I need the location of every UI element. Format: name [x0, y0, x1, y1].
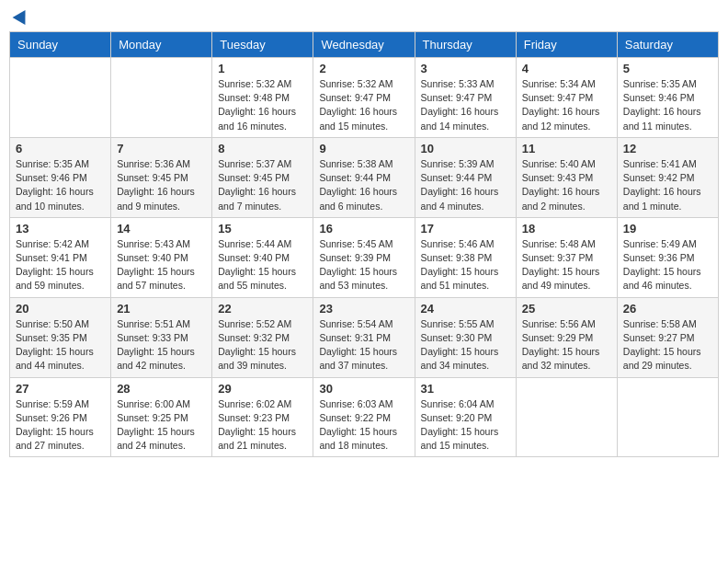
day-number: 24: [421, 302, 510, 316]
calendar-cell: 14Sunrise: 5:43 AM Sunset: 9:40 PM Dayli…: [111, 217, 212, 297]
calendar-cell: [617, 377, 718, 457]
day-info: Sunrise: 5:59 AM Sunset: 9:26 PM Dayligh…: [16, 397, 105, 454]
day-number: 9: [319, 142, 408, 155]
calendar-table: SundayMondayTuesdayWednesdayThursdayFrid…: [9, 31, 719, 457]
day-number: 16: [319, 222, 408, 236]
day-info: Sunrise: 6:00 AM Sunset: 9:25 PM Dayligh…: [117, 397, 206, 454]
calendar-cell: 25Sunrise: 5:56 AM Sunset: 9:29 PM Dayli…: [516, 297, 617, 377]
column-header-thursday: Thursday: [415, 32, 516, 58]
calendar-cell: 4Sunrise: 5:34 AM Sunset: 9:47 PM Daylig…: [516, 58, 617, 138]
calendar-cell: [10, 58, 111, 138]
calendar-cell: 9Sunrise: 5:38 AM Sunset: 9:44 PM Daylig…: [313, 137, 415, 217]
day-info: Sunrise: 5:49 AM Sunset: 9:36 PM Dayligh…: [623, 237, 712, 293]
day-info: Sunrise: 5:54 AM Sunset: 9:31 PM Dayligh…: [319, 317, 408, 373]
column-header-sunday: Sunday: [10, 32, 111, 58]
day-number: 10: [421, 142, 510, 155]
calendar-week-row: 6Sunrise: 5:35 AM Sunset: 9:46 PM Daylig…: [10, 137, 719, 217]
calendar-cell: 20Sunrise: 5:50 AM Sunset: 9:35 PM Dayli…: [10, 297, 111, 377]
day-number: 3: [421, 62, 510, 75]
calendar-cell: 30Sunrise: 6:03 AM Sunset: 9:22 PM Dayli…: [313, 377, 415, 457]
calendar-cell: 19Sunrise: 5:49 AM Sunset: 9:36 PM Dayli…: [617, 217, 718, 297]
calendar-cell: 27Sunrise: 5:59 AM Sunset: 9:26 PM Dayli…: [10, 377, 111, 457]
calendar-cell: 13Sunrise: 5:42 AM Sunset: 9:41 PM Dayli…: [10, 217, 111, 297]
day-number: 13: [16, 222, 105, 236]
day-number: 23: [319, 302, 408, 316]
column-header-wednesday: Wednesday: [313, 32, 415, 58]
day-info: Sunrise: 5:58 AM Sunset: 9:27 PM Dayligh…: [623, 317, 712, 373]
day-number: 2: [319, 62, 408, 75]
column-header-tuesday: Tuesday: [212, 32, 313, 58]
calendar-cell: 2Sunrise: 5:32 AM Sunset: 9:47 PM Daylig…: [313, 58, 415, 138]
day-number: 15: [218, 222, 307, 236]
day-number: 26: [623, 302, 712, 316]
day-number: 30: [319, 382, 408, 396]
day-info: Sunrise: 5:36 AM Sunset: 9:45 PM Dayligh…: [117, 157, 206, 213]
day-info: Sunrise: 5:55 AM Sunset: 9:30 PM Dayligh…: [421, 317, 510, 373]
day-number: 20: [16, 302, 105, 316]
calendar-cell: 12Sunrise: 5:41 AM Sunset: 9:42 PM Dayli…: [617, 137, 718, 217]
calendar-cell: 8Sunrise: 5:37 AM Sunset: 9:45 PM Daylig…: [212, 137, 313, 217]
day-number: 18: [522, 222, 611, 236]
column-header-monday: Monday: [111, 32, 212, 58]
calendar-cell: 3Sunrise: 5:33 AM Sunset: 9:47 PM Daylig…: [415, 58, 516, 138]
logo-triangle-icon: [13, 6, 32, 25]
calendar-cell: 5Sunrise: 5:35 AM Sunset: 9:46 PM Daylig…: [617, 58, 718, 138]
column-header-saturday: Saturday: [617, 32, 718, 58]
day-info: Sunrise: 6:04 AM Sunset: 9:20 PM Dayligh…: [421, 397, 510, 454]
day-number: 5: [623, 62, 712, 75]
day-info: Sunrise: 5:41 AM Sunset: 9:42 PM Dayligh…: [623, 157, 712, 213]
page-header: [9, 9, 719, 24]
day-number: 12: [623, 142, 712, 155]
calendar-cell: 24Sunrise: 5:55 AM Sunset: 9:30 PM Dayli…: [415, 297, 516, 377]
column-header-friday: Friday: [516, 32, 617, 58]
calendar-cell: 15Sunrise: 5:44 AM Sunset: 9:40 PM Dayli…: [212, 217, 313, 297]
day-number: 1: [218, 62, 307, 75]
day-number: 21: [117, 302, 206, 316]
calendar-cell: 11Sunrise: 5:40 AM Sunset: 9:43 PM Dayli…: [516, 137, 617, 217]
day-info: Sunrise: 5:32 AM Sunset: 9:48 PM Dayligh…: [218, 77, 307, 133]
calendar-cell: 23Sunrise: 5:54 AM Sunset: 9:31 PM Dayli…: [313, 297, 415, 377]
day-number: 4: [522, 62, 611, 75]
calendar-cell: 17Sunrise: 5:46 AM Sunset: 9:38 PM Dayli…: [415, 217, 516, 297]
calendar-cell: 26Sunrise: 5:58 AM Sunset: 9:27 PM Dayli…: [617, 297, 718, 377]
day-info: Sunrise: 5:45 AM Sunset: 9:39 PM Dayligh…: [319, 237, 408, 293]
day-info: Sunrise: 5:44 AM Sunset: 9:40 PM Dayligh…: [218, 237, 307, 293]
day-number: 28: [117, 382, 206, 396]
day-info: Sunrise: 6:02 AM Sunset: 9:23 PM Dayligh…: [218, 397, 307, 454]
calendar-cell: [516, 377, 617, 457]
day-number: 7: [117, 142, 206, 155]
calendar-cell: 1Sunrise: 5:32 AM Sunset: 9:48 PM Daylig…: [212, 58, 313, 138]
calendar-week-row: 20Sunrise: 5:50 AM Sunset: 9:35 PM Dayli…: [10, 297, 719, 377]
day-number: 8: [218, 142, 307, 155]
calendar-week-row: 13Sunrise: 5:42 AM Sunset: 9:41 PM Dayli…: [10, 217, 719, 297]
day-number: 29: [218, 382, 307, 396]
calendar-cell: 22Sunrise: 5:52 AM Sunset: 9:32 PM Dayli…: [212, 297, 313, 377]
day-info: Sunrise: 5:48 AM Sunset: 9:37 PM Dayligh…: [522, 237, 611, 293]
day-info: Sunrise: 5:37 AM Sunset: 9:45 PM Dayligh…: [218, 157, 307, 213]
calendar-cell: 7Sunrise: 5:36 AM Sunset: 9:45 PM Daylig…: [111, 137, 212, 217]
day-info: Sunrise: 5:38 AM Sunset: 9:44 PM Dayligh…: [319, 157, 408, 213]
day-info: Sunrise: 5:42 AM Sunset: 9:41 PM Dayligh…: [16, 237, 105, 293]
calendar-cell: 21Sunrise: 5:51 AM Sunset: 9:33 PM Dayli…: [111, 297, 212, 377]
calendar-cell: 6Sunrise: 5:35 AM Sunset: 9:46 PM Daylig…: [10, 137, 111, 217]
calendar-cell: [111, 58, 212, 138]
day-info: Sunrise: 5:52 AM Sunset: 9:32 PM Dayligh…: [218, 317, 307, 373]
day-info: Sunrise: 5:56 AM Sunset: 9:29 PM Dayligh…: [522, 317, 611, 373]
day-info: Sunrise: 5:35 AM Sunset: 9:46 PM Dayligh…: [16, 157, 105, 213]
calendar-cell: 16Sunrise: 5:45 AM Sunset: 9:39 PM Dayli…: [313, 217, 415, 297]
logo: [13, 9, 29, 24]
calendar-week-row: 1Sunrise: 5:32 AM Sunset: 9:48 PM Daylig…: [10, 58, 719, 138]
day-info: Sunrise: 6:03 AM Sunset: 9:22 PM Dayligh…: [319, 397, 408, 454]
calendar-cell: 18Sunrise: 5:48 AM Sunset: 9:37 PM Dayli…: [516, 217, 617, 297]
day-info: Sunrise: 5:50 AM Sunset: 9:35 PM Dayligh…: [16, 317, 105, 373]
day-info: Sunrise: 5:39 AM Sunset: 9:44 PM Dayligh…: [421, 157, 510, 213]
day-info: Sunrise: 5:40 AM Sunset: 9:43 PM Dayligh…: [522, 157, 611, 213]
day-number: 17: [421, 222, 510, 236]
calendar-week-row: 27Sunrise: 5:59 AM Sunset: 9:26 PM Dayli…: [10, 377, 719, 457]
day-info: Sunrise: 5:33 AM Sunset: 9:47 PM Dayligh…: [421, 77, 510, 133]
day-info: Sunrise: 5:46 AM Sunset: 9:38 PM Dayligh…: [421, 237, 510, 293]
day-number: 25: [522, 302, 611, 316]
calendar-header-row: SundayMondayTuesdayWednesdayThursdayFrid…: [10, 32, 719, 58]
day-number: 14: [117, 222, 206, 236]
day-number: 6: [16, 142, 105, 155]
